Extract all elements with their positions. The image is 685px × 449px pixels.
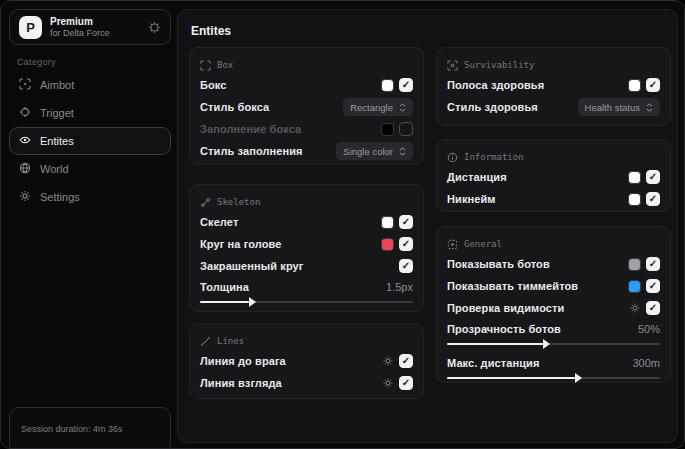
option-row: Стиль здоровья Health status — [447, 96, 660, 118]
checkbox[interactable] — [399, 78, 413, 92]
color-swatch[interactable] — [628, 79, 641, 92]
option-row: Стиль заполнения Single color — [200, 140, 413, 162]
slider-label-row: Прозрачность ботов 50% — [447, 319, 660, 339]
checkbox[interactable] — [399, 237, 413, 251]
color-swatch[interactable] — [381, 216, 394, 229]
color-swatch[interactable] — [381, 79, 394, 92]
option-label: Заполнение бокса — [200, 123, 381, 135]
option-label: Закрашенный круг — [200, 260, 399, 272]
thickness-slider[interactable] — [200, 301, 413, 303]
option-label: Скелет — [200, 216, 381, 228]
sidebar-item-aimbot[interactable]: Aimbot — [9, 71, 171, 99]
slider-thumb[interactable] — [575, 373, 582, 383]
option-label: Полоса здоровья — [447, 79, 628, 91]
checkbox[interactable] — [646, 301, 660, 315]
slider-thumb[interactable] — [543, 339, 550, 349]
sidebar-item-trigget[interactable]: Trigget — [9, 99, 171, 127]
fill-style-select[interactable]: Single color — [336, 142, 413, 160]
line-icon — [200, 336, 211, 347]
sidebar-item-label: Settings — [40, 191, 80, 203]
panel-header: Box — [217, 60, 233, 70]
slider-label-row: Толщина 1.5px — [200, 277, 413, 297]
checkbox[interactable] — [399, 259, 413, 273]
category-label: Category — [17, 57, 56, 67]
option-label: Показывать ботов — [447, 258, 628, 270]
panel-header: Lines — [217, 336, 244, 346]
checkbox[interactable] — [646, 279, 660, 293]
color-swatch[interactable] — [628, 258, 641, 271]
checkbox[interactable] — [399, 122, 413, 136]
option-row: Заполнение бокса — [200, 118, 413, 140]
information-card: Information Дистанция Никнейм — [436, 139, 671, 212]
option-row: Показывать ботов — [447, 253, 660, 275]
gear-icon[interactable] — [382, 355, 394, 367]
option-row: Показывать тиммейтов — [447, 275, 660, 297]
option-row: Стиль бокса Rectangle — [200, 96, 413, 118]
panel-header: Survivability — [464, 60, 534, 70]
globe-icon — [19, 162, 31, 176]
select-value: Rectangle — [350, 102, 393, 113]
sidebar-item-entites[interactable]: Entites — [9, 127, 171, 155]
slider-value: 1.5px — [386, 281, 413, 293]
slider-thumb[interactable] — [249, 297, 256, 307]
sidebar-item-world[interactable]: World — [9, 155, 171, 183]
option-label: Стиль заполнения — [200, 145, 336, 157]
color-swatch[interactable] — [381, 238, 394, 251]
max-distance-slider[interactable] — [447, 377, 660, 379]
select-value: Single color — [343, 146, 393, 157]
chevron-updown-icon — [399, 103, 406, 112]
color-swatch[interactable] — [628, 171, 641, 184]
session-duration: Session duration: 4m 36s — [21, 424, 159, 434]
sidebar-item-settings[interactable]: Settings — [9, 183, 171, 211]
select-value: Health status — [585, 102, 640, 113]
sync-icon[interactable] — [148, 21, 161, 34]
gear-icon[interactable] — [629, 302, 641, 314]
color-swatch[interactable] — [381, 123, 394, 136]
premium-card: P Premium for Delta Force — [9, 9, 171, 45]
option-label: Круг на голове — [200, 238, 381, 250]
option-label: Показывать тиммейтов — [447, 280, 628, 292]
aim-corners-icon — [19, 78, 31, 92]
checkbox[interactable] — [646, 78, 660, 92]
lines-card: Lines Линия до врага Линия взгляда — [189, 323, 424, 399]
checkbox[interactable] — [646, 170, 660, 184]
slider-value: 50% — [638, 323, 660, 335]
health-style-select[interactable]: Health status — [578, 98, 660, 116]
checkbox[interactable] — [399, 354, 413, 368]
panel-header: Skeleton — [217, 197, 260, 207]
color-swatch[interactable] — [628, 280, 641, 293]
crosshair-icon — [19, 106, 31, 120]
checkbox[interactable] — [399, 376, 413, 390]
color-swatch[interactable] — [628, 193, 641, 206]
option-row: Скелет — [200, 211, 413, 233]
option-label: Стиль здоровья — [447, 101, 578, 113]
skeleton-card: Skeleton Скелет Круг на голове Закрашенн… — [189, 184, 424, 312]
survivability-card: Survivability Полоса здоровья Стиль здор… — [436, 47, 671, 126]
option-label: Макс. дистанция — [447, 357, 632, 369]
slider-label-row: Макс. дистанция 300m — [447, 353, 660, 373]
sidebar-item-label: Trigget — [40, 107, 74, 119]
app-subtitle: for Delta Force — [50, 28, 140, 38]
bot-opacity-slider[interactable] — [447, 343, 660, 345]
box-style-select[interactable]: Rectangle — [343, 98, 413, 116]
option-label: Линия взгляда — [200, 377, 382, 389]
app-window: P Premium for Delta Force Category Aimbo… — [0, 0, 685, 449]
option-row: Бокс — [200, 74, 413, 96]
checkbox[interactable] — [646, 257, 660, 271]
option-row: Дистанция — [447, 166, 660, 188]
sidebar-nav: Aimbot Trigget Entites — [9, 71, 171, 211]
session-card: Session duration: 4m 36s — [9, 407, 171, 449]
checkbox[interactable] — [646, 192, 660, 206]
option-row: Полоса здоровья — [447, 74, 660, 96]
box-icon — [200, 60, 211, 71]
option-label: Прозрачность ботов — [447, 323, 638, 335]
checkbox[interactable] — [399, 215, 413, 229]
panel-header: General — [464, 239, 502, 249]
sidebar-item-label: World — [40, 163, 69, 175]
chevron-updown-icon — [646, 103, 653, 112]
slider-value: 300m — [632, 357, 660, 369]
gear-icon[interactable] — [382, 377, 394, 389]
box-card: Box Бокс Стиль бокса Rectangle — [189, 47, 424, 165]
chevron-updown-icon — [399, 147, 406, 156]
panel-header: Information — [464, 152, 524, 162]
